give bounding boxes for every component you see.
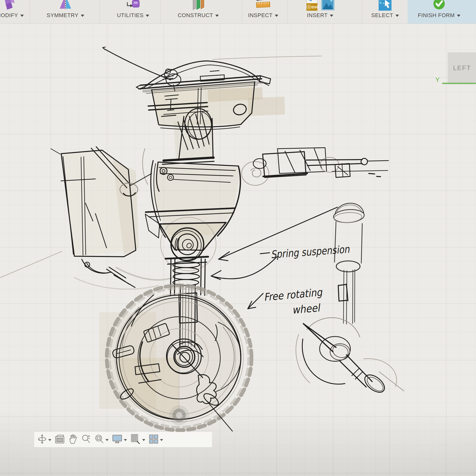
display-settings-button[interactable]: [112, 434, 127, 446]
select-label: SELECT: [371, 12, 393, 19]
construct-label: CONSTRUCT: [178, 12, 213, 19]
finish-form-label: FINISH FORM: [418, 12, 455, 19]
y-axis-label: Y: [435, 76, 440, 84]
robot-arm-sketch: [242, 148, 389, 185]
chevron-down-icon: [395, 15, 399, 17]
finish-form-check-icon: [432, 0, 446, 12]
toolbar-separator: [100, 0, 100, 24]
annotation-free-rotating: Free rotating: [263, 286, 323, 303]
handwritten-annotations: Spring suspension Free rotating wheel: [263, 243, 350, 316]
toolbar-group-modify[interactable]: MODIFY: [0, 0, 40, 24]
zoom-fit-button[interactable]: [94, 434, 109, 446]
toolbar-group-symmetry[interactable]: SYMMETRY: [36, 0, 95, 24]
toolbar-group-select[interactable]: SELECT: [355, 0, 415, 24]
inspect-label: INSPECT: [248, 12, 273, 19]
viewports-button[interactable]: [148, 434, 163, 445]
ribbon-toolbar: MODIFY SYMMETRY UTILITIES: [0, 0, 476, 24]
pan-icon: [68, 434, 78, 446]
fusion360-form-workspace: Spring suspension Free rotating wheel LE…: [0, 0, 476, 476]
modify-label: MODIFY: [0, 12, 18, 19]
toolbar-group-finish-form[interactable]: FINISH FORM: [409, 0, 469, 24]
chevron-down-icon: [142, 439, 145, 441]
look-at-icon: [55, 434, 65, 446]
chevron-down-icon: [124, 439, 127, 441]
annotation-wheel: wheel: [292, 302, 321, 316]
construct-icon: [191, 0, 205, 12]
viewports-icon: [148, 434, 159, 445]
chevron-down-icon: [457, 15, 460, 17]
chevron-down-icon: [160, 439, 163, 441]
insert-label: INSERT: [307, 12, 328, 19]
zoom-button[interactable]: [81, 434, 91, 446]
y-axis-edge: [442, 83, 476, 84]
symmetry-label: SYMMETRY: [47, 12, 78, 19]
chevron-down-icon: [106, 439, 109, 441]
modify-icon: [3, 0, 17, 12]
look-at-button[interactable]: [55, 434, 65, 446]
view-navigation-bar: [34, 432, 212, 447]
chevron-down-icon: [48, 439, 51, 441]
select-icon: [378, 0, 392, 12]
zoom-fit-icon: [94, 434, 104, 446]
pan-button[interactable]: [68, 434, 78, 446]
insert-svg-icon: SVG: [306, 0, 318, 12]
toolbar-group-utilities[interactable]: UTILITIES: [103, 0, 163, 24]
chevron-down-icon: [215, 15, 219, 17]
utilities-icon: [126, 0, 140, 12]
toolbar-group-insert[interactable]: SVG INSERT: [290, 0, 350, 24]
viewcube-face-label[interactable]: LEFT: [453, 64, 471, 72]
annotation-spring-suspension: Spring suspension: [270, 243, 350, 261]
grid-settings-icon: [130, 433, 141, 446]
toolbar-group-inspect[interactable]: INSPECT: [233, 0, 293, 24]
orbit-button[interactable]: [37, 434, 51, 446]
toolbar-group-construct[interactable]: CONSTRUCT: [168, 0, 228, 24]
display-settings-icon: [112, 434, 123, 446]
chevron-down-icon: [20, 15, 24, 17]
chevron-down-icon: [275, 15, 278, 17]
orbit-icon: [37, 434, 47, 446]
grid-settings-button[interactable]: [130, 433, 145, 446]
zoom-icon: [81, 434, 91, 446]
chevron-down-icon: [146, 15, 149, 17]
utilities-label: UTILITIES: [117, 12, 143, 19]
side-view-sketch: [296, 203, 404, 396]
insert-canvas-icon: [321, 0, 335, 12]
chevron-down-icon: [330, 15, 333, 17]
chevron-down-icon: [81, 15, 84, 17]
inspect-icon: [255, 0, 271, 12]
svg-badge-text: SVG: [311, 5, 318, 9]
symmetry-icon: [58, 0, 73, 12]
viewcube[interactable]: LEFT: [448, 53, 476, 83]
robot-concept-sketch[interactable]: Spring suspension Free rotating wheel: [0, 0, 476, 476]
